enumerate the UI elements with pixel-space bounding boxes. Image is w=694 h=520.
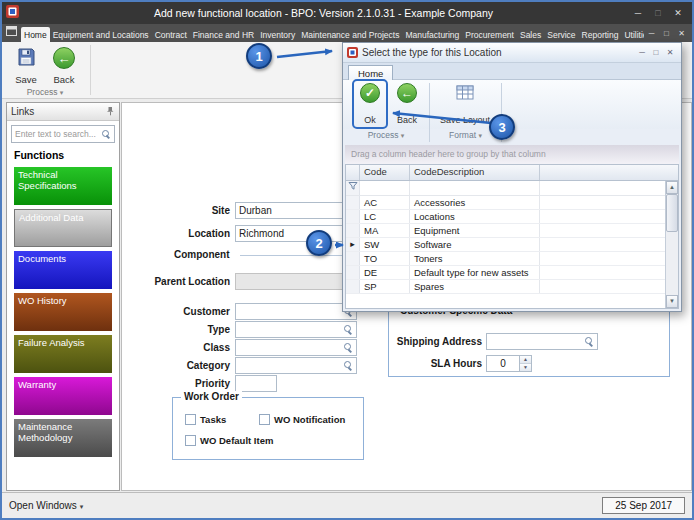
column-header-codedescription[interactable]: CodeDescription [410, 165, 540, 180]
function-button-maintenance-methodology[interactable]: Maintenance Methodology [14, 419, 112, 457]
date-display[interactable]: 25 Sep 2017 [602, 497, 685, 514]
functions-heading: Functions [14, 149, 112, 161]
open-windows-button[interactable]: Open Windows▾ [9, 500, 83, 511]
grid-scrollbar[interactable]: ▲ ▼ [665, 181, 678, 308]
dialog-title: Select the type for this Location [362, 47, 635, 58]
parent-location-label: Parent Location [138, 276, 230, 287]
grid-row-de[interactable]: DE Default type for new assets [346, 266, 665, 280]
grid-row-ac[interactable]: AC Accessories [346, 196, 665, 210]
type-lookup[interactable] [235, 321, 357, 338]
back-icon: ← [53, 47, 75, 69]
customer-lookup[interactable] [235, 303, 357, 320]
links-panel-title: Links [11, 106, 105, 117]
scroll-thumb[interactable] [666, 194, 678, 232]
links-search-box [11, 125, 115, 143]
save-layout-button[interactable]: Save Layout [433, 82, 497, 126]
tasks-checkbox[interactable]: Tasks [185, 414, 226, 425]
dialog-minimize-button[interactable]: ─ [635, 45, 649, 61]
dialog-tab-home[interactable]: Home [348, 65, 393, 80]
work-order-caption: Work Order [181, 391, 242, 402]
category-lookup[interactable] [235, 357, 357, 374]
filter-cell-desc[interactable] [410, 181, 540, 195]
tab-contract[interactable]: Contract [152, 27, 190, 42]
spin-down-icon[interactable]: ▼ [520, 364, 531, 371]
dialog-icon [347, 44, 358, 62]
back-button[interactable]: ← Back [46, 45, 82, 87]
function-button-documents[interactable]: Documents [14, 251, 112, 289]
ribbon-group-process[interactable]: Process ▾ [2, 87, 88, 97]
child-minimize-button[interactable]: ─ [644, 27, 659, 40]
tab-maintenance-and-projects[interactable]: Maintenance and Projects [298, 27, 402, 42]
location-label: Location [138, 228, 230, 239]
callout-2: 2 [306, 230, 332, 256]
work-order-groupbox [172, 397, 364, 460]
app-icon [6, 4, 19, 22]
checkbox-icon [185, 435, 196, 446]
dialog-back-button[interactable]: ← Back [391, 82, 423, 126]
function-button-failure-analysis[interactable]: Failure Analysis [14, 335, 112, 373]
tab-finance-and-hr[interactable]: Finance and HR [190, 27, 257, 42]
filter-icon [348, 182, 358, 193]
pin-icon[interactable] [105, 106, 115, 118]
wo-notification-checkbox[interactable]: WO Notification [259, 414, 345, 425]
auto-filter-row[interactable] [346, 181, 665, 196]
callout-3: 3 [489, 114, 515, 140]
maximize-button[interactable]: □ [648, 4, 668, 22]
grid-row-lc[interactable]: LC Locations [346, 210, 665, 224]
type-grid: Code CodeDescription AC Accessories LC L… [345, 164, 679, 309]
spin-up-icon[interactable]: ▲ [520, 356, 531, 364]
grid-row-sw-focused[interactable]: ▸ SW Software [346, 238, 665, 252]
tab-sales[interactable]: Sales [517, 27, 544, 42]
chevron-down-icon: ▾ [401, 132, 405, 139]
scroll-down-button[interactable]: ▼ [666, 295, 678, 308]
wo-default-item-checkbox[interactable]: WO Default Item [185, 435, 273, 446]
title-bar: Add new functional location - BPO: Versi… [2, 2, 692, 24]
function-button-wo-history[interactable]: WO History [14, 293, 112, 331]
component-separator-line [240, 255, 344, 256]
chevron-down-icon: ▾ [60, 89, 64, 96]
callout-1: 1 [246, 43, 272, 69]
site-input[interactable] [235, 202, 345, 219]
ribbon-group-separator [90, 45, 91, 95]
function-button-warranty[interactable]: Warranty [14, 377, 112, 415]
sla-hours-value: 0 [487, 358, 519, 369]
priority-label: Priority [138, 378, 230, 389]
links-panel: Links Functions Technical Specifications… [6, 102, 120, 491]
column-header-code[interactable]: Code [360, 165, 410, 180]
tab-procurement[interactable]: Procurement [462, 27, 517, 42]
grid-row-sp[interactable]: SP Spares [346, 280, 665, 294]
group-by-panel[interactable]: Drag a column header here to group by th… [345, 145, 679, 164]
grid-indicator-header [346, 165, 360, 180]
filter-cell-code[interactable] [360, 181, 410, 195]
grid-row-to[interactable]: TO Toners [346, 252, 665, 266]
save-button[interactable]: Save [8, 45, 44, 87]
tab-inventory[interactable]: Inventory [257, 27, 298, 42]
dialog-close-button[interactable]: ✕ [663, 45, 677, 61]
scroll-up-button[interactable]: ▲ [666, 181, 678, 194]
component-section-label: Component [112, 249, 242, 260]
tab-manufacturing[interactable]: Manufacturing [402, 27, 462, 42]
tab-home[interactable]: Home [21, 27, 50, 42]
class-lookup[interactable] [235, 339, 357, 356]
tab-equipment-and-locations[interactable]: Equipment and Locations [50, 27, 152, 42]
dialog-maximize-button[interactable]: □ [649, 45, 663, 61]
search-icon [101, 129, 111, 139]
priority-input[interactable] [235, 375, 277, 392]
function-button-technical-specifications[interactable]: Technical Specifications [14, 167, 112, 205]
close-button[interactable]: ✕ [668, 4, 688, 22]
tab-service[interactable]: Service [544, 27, 578, 42]
grid-row-ma[interactable]: MA Equipment [346, 224, 665, 238]
tab-reporting[interactable]: Reporting [579, 27, 622, 42]
minimize-button[interactable]: ─ [628, 4, 648, 22]
sla-hours-spinner[interactable]: 0 ▲▼ [486, 355, 532, 372]
child-close-button[interactable]: ✕ [674, 27, 689, 40]
back-icon: ← [397, 83, 417, 103]
lookup-icon [343, 325, 353, 335]
app-window: Add new functional location - BPO: Versi… [0, 0, 694, 520]
dialog-tab-strip: Home [343, 63, 681, 80]
dialog-group-process[interactable]: Process ▾ [343, 130, 429, 143]
shipping-address-lookup[interactable] [486, 333, 598, 350]
function-button-additional-data[interactable]: Additional Data [14, 209, 112, 247]
search-input[interactable] [15, 129, 101, 139]
child-restore-button[interactable]: □ [659, 27, 674, 40]
